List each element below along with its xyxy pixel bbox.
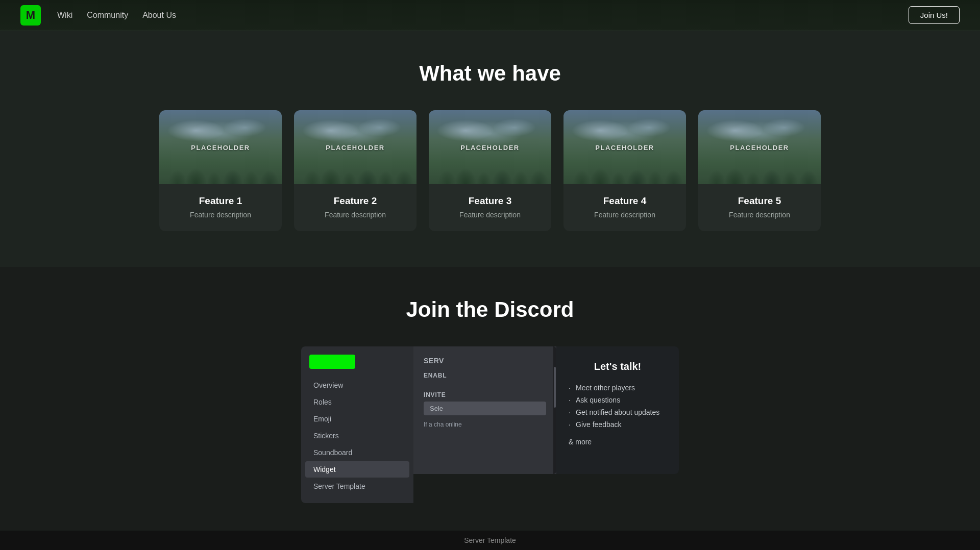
lets-talk-panel: Let's talk! Meet other players Ask quest… bbox=[556, 346, 679, 474]
discord-menu-stickers[interactable]: Stickers bbox=[305, 428, 409, 444]
feature-placeholder-1: PLACEHOLDER bbox=[191, 143, 250, 151]
lets-talk-more: & more bbox=[569, 438, 667, 446]
feature-card-4: PLACEHOLDER Feature 4 Feature descriptio… bbox=[564, 110, 686, 231]
feature-info-1: Feature 1 Feature description bbox=[159, 184, 282, 231]
discord-main-content: Serv Enabl INVITE Sele If a cha online bbox=[413, 346, 556, 474]
lets-talk-item-3: Get notified about updates bbox=[569, 408, 667, 416]
nav-links: Wiki Community About Us bbox=[57, 11, 176, 20]
feature-placeholder-4: PLACEHOLDER bbox=[595, 143, 654, 151]
nav-left: M Wiki Community About Us bbox=[20, 5, 176, 26]
discord-select-button[interactable]: Sele bbox=[424, 402, 546, 415]
feature-placeholder-3: PLACEHOLDER bbox=[460, 143, 519, 151]
feature-placeholder-2: PLACEHOLDER bbox=[326, 143, 384, 151]
discord-menu-widget[interactable]: Widget bbox=[305, 461, 409, 478]
feature-name-3: Feature 3 bbox=[439, 195, 541, 207]
feature-info-3: Feature 3 Feature description bbox=[429, 184, 551, 231]
feature-image-5: PLACEHOLDER bbox=[698, 110, 821, 184]
lets-talk-item-1: Meet other players bbox=[569, 384, 667, 392]
discord-menu-soundboard[interactable]: Soundboard bbox=[305, 444, 409, 461]
feature-image-1: PLACEHOLDER bbox=[159, 110, 282, 184]
feature-image-3: PLACEHOLDER bbox=[429, 110, 551, 184]
join-button[interactable]: Join Us! bbox=[909, 6, 960, 24]
feature-name-4: Feature 4 bbox=[574, 195, 676, 207]
feature-info-4: Feature 4 Feature description bbox=[564, 184, 686, 231]
discord-scrollbar[interactable] bbox=[553, 346, 556, 474]
feature-name-2: Feature 2 bbox=[304, 195, 406, 207]
lets-talk-item-2: Ask questions bbox=[569, 396, 667, 404]
what-section: What we have PLACEHOLDER Feature 1 Featu… bbox=[0, 31, 980, 267]
nav-link-about[interactable]: About Us bbox=[142, 11, 176, 19]
nav-logo[interactable]: M bbox=[20, 5, 41, 26]
discord-section: Join the Discord Overview Roles Emoji St… bbox=[0, 267, 980, 544]
feature-desc-3: Feature description bbox=[439, 211, 541, 219]
feature-desc-4: Feature description bbox=[574, 211, 676, 219]
navbar: M Wiki Community About Us Join Us! bbox=[0, 0, 980, 31]
discord-scrollbar-thumb bbox=[554, 367, 556, 408]
feature-desc-5: Feature description bbox=[708, 211, 811, 219]
discord-main-title: Serv bbox=[424, 357, 546, 365]
nav-link-wiki[interactable]: Wiki bbox=[57, 11, 72, 19]
feature-name-1: Feature 1 bbox=[169, 195, 272, 207]
feature-card-1: PLACEHOLDER Feature 1 Feature descriptio… bbox=[159, 110, 282, 231]
feature-info-2: Feature 2 Feature description bbox=[294, 184, 416, 231]
discord-info-text: If a cha online bbox=[424, 420, 546, 429]
feature-card-5: PLACEHOLDER Feature 5 Feature descriptio… bbox=[698, 110, 821, 231]
discord-invite-label: INVITE bbox=[424, 391, 546, 398]
feature-desc-1: Feature description bbox=[169, 211, 272, 219]
feature-image-2: PLACEHOLDER bbox=[294, 110, 416, 184]
discord-enable-label: Enabl bbox=[424, 372, 546, 379]
discord-menu-overview[interactable]: Overview bbox=[305, 377, 409, 393]
feature-desc-2: Feature description bbox=[304, 211, 406, 219]
discord-content: Overview Roles Emoji Stickers Soundboard… bbox=[0, 346, 980, 503]
lets-talk-list: Meet other players Ask questions Get not… bbox=[569, 384, 667, 429]
discord-panel-header-bar bbox=[309, 355, 355, 369]
discord-settings-panel: Overview Roles Emoji Stickers Soundboard… bbox=[301, 346, 413, 503]
what-section-title: What we have bbox=[0, 61, 980, 86]
feature-info-5: Feature 5 Feature description bbox=[698, 184, 821, 231]
lets-talk-item-4: Give feedback bbox=[569, 420, 667, 429]
footer-label: Server Template bbox=[464, 536, 516, 544]
discord-menu-emoji[interactable]: Emoji bbox=[305, 411, 409, 427]
discord-menu-roles[interactable]: Roles bbox=[305, 394, 409, 410]
footer-bar: Server Template bbox=[0, 531, 980, 550]
nav-link-community[interactable]: Community bbox=[87, 11, 128, 19]
feature-card-3: PLACEHOLDER Feature 3 Feature descriptio… bbox=[429, 110, 551, 231]
lets-talk-title: Let's talk! bbox=[569, 361, 667, 372]
discord-menu-server-template[interactable]: Server Template bbox=[305, 478, 409, 494]
feature-image-4: PLACEHOLDER bbox=[564, 110, 686, 184]
feature-card-2: PLACEHOLDER Feature 2 Feature descriptio… bbox=[294, 110, 416, 231]
features-grid: PLACEHOLDER Feature 1 Feature descriptio… bbox=[0, 110, 980, 231]
feature-name-5: Feature 5 bbox=[708, 195, 811, 207]
feature-placeholder-5: PLACEHOLDER bbox=[730, 143, 789, 151]
discord-section-title: Join the Discord bbox=[0, 297, 980, 322]
